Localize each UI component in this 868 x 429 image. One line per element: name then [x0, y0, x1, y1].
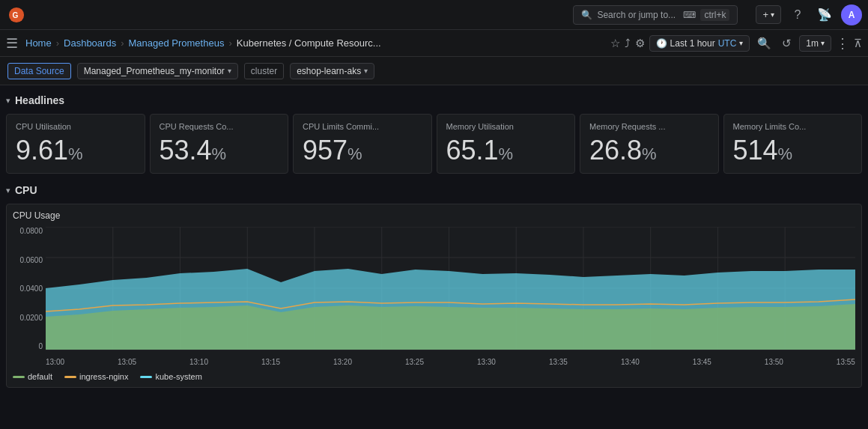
settings-icon[interactable]: ⚙: [635, 37, 645, 50]
metric-title-0: CPU Utilisation: [16, 122, 136, 131]
zoom-out-icon[interactable]: 🔍: [754, 37, 774, 50]
y-axis-label-2: 0.0400: [19, 285, 43, 293]
legend-item-kube-system: kube-system: [140, 372, 201, 381]
search-placeholder: Search or jump to...: [597, 10, 676, 20]
cluster-select[interactable]: eshop-learn-aks ▾: [290, 63, 374, 79]
chart-area: [46, 227, 855, 350]
main-content: ▾ Headlines CPU Utilisation 9.61% CPU Re…: [0, 85, 868, 394]
breadcrumb-sep-3: ›: [228, 37, 231, 49]
legend-label-1: ingress-nginx: [79, 372, 128, 381]
x-axis-label-5: 13:25: [405, 358, 424, 366]
clock-icon: 🕐: [656, 38, 667, 49]
y-axis-label-3: 0.0200: [19, 314, 43, 322]
legend-label-0: default: [28, 372, 52, 381]
metric-value-1: 53.4%: [160, 137, 279, 164]
metric-card-0: CPU Utilisation 9.61%: [6, 114, 145, 174]
y-axis-label-4: 0: [38, 342, 43, 350]
cpu-chart-panel: CPU Usage 0.08000.06000.04000.02000: [6, 204, 862, 388]
shortcut-badge: ctrl+k: [700, 9, 729, 21]
metric-title-3: Memory Utilisation: [446, 122, 566, 131]
x-axis-label-9: 13:45: [693, 358, 711, 366]
breadcrumb: Home › Dashboards › Managed Prometheus ›…: [25, 37, 381, 49]
datasource-label: Data Source: [7, 63, 71, 79]
metric-card-5: Memory Limits Co... 514%: [723, 114, 863, 174]
legend-color-0: [13, 376, 25, 378]
metric-title-2: CPU Limits Commi...: [303, 122, 422, 131]
cpu-section-title: CPU: [15, 184, 37, 196]
notifications-icon[interactable]: 📡: [814, 4, 835, 25]
x-axis-label-10: 13:50: [765, 358, 783, 366]
hamburger-menu[interactable]: ☰: [6, 35, 18, 52]
metric-title-5: Memory Limits Co...: [733, 122, 853, 131]
filter-bar: Data Source Managed_Prometheus_my-monito…: [0, 57, 868, 85]
y-axis: 0.08000.06000.04000.02000: [13, 227, 46, 350]
nav-right-actions: ☆ ⤴ ⚙ 🕐 Last 1 hour UTC ▾ 🔍 ↺ 1m ▾ ⋮ ⊼: [610, 35, 862, 52]
metric-title-1: CPU Requests Co...: [160, 122, 279, 131]
chevron-down-icon: ▾: [771, 10, 774, 19]
breadcrumb-dashboards[interactable]: Dashboards: [64, 37, 116, 49]
chart-legend: default ingress-nginx kube-system: [13, 372, 855, 381]
headlines-section-header[interactable]: ▾ Headlines: [6, 91, 862, 109]
add-new-button[interactable]: + ▾: [756, 5, 781, 24]
zoom-refresh-icon[interactable]: ↺: [779, 37, 795, 50]
svg-text:G: G: [13, 10, 19, 19]
cluster-label: cluster: [244, 63, 284, 79]
x-axis-label-6: 13:30: [477, 358, 496, 366]
metric-value-3: 65.1%: [446, 137, 566, 164]
chevron-down-icon-time: ▾: [739, 39, 743, 47]
share-icon[interactable]: ⤴: [625, 37, 631, 49]
breadcrumb-current: Kubernetes / Compute Resourc...: [237, 37, 381, 49]
chevron-down-icon-ds: ▾: [228, 67, 231, 75]
cpu-toggle-icon: ▾: [6, 186, 10, 195]
chart-container: 0.08000.06000.04000.02000: [13, 227, 855, 369]
grafana-logo[interactable]: G: [6, 4, 27, 25]
x-axis-label-2: 13:10: [189, 358, 208, 366]
metric-value-0: 9.61%: [16, 137, 136, 164]
chevron-down-icon-cluster: ▾: [364, 67, 368, 75]
metric-value-4: 26.8%: [589, 137, 709, 164]
breadcrumb-home[interactable]: Home: [25, 37, 52, 49]
metric-card-2: CPU Limits Commi... 957%: [293, 114, 432, 174]
x-axis-label-1: 13:05: [118, 358, 136, 366]
legend-item-default: default: [13, 372, 52, 381]
datasource-select[interactable]: Managed_Prometheus_my-monitor ▾: [77, 63, 238, 79]
more-options-icon[interactable]: ⋮: [836, 35, 849, 52]
search-bar[interactable]: 🔍 Search or jump to... ⌨ ctrl+k: [573, 5, 738, 25]
collapse-icon[interactable]: ⊼: [854, 37, 862, 50]
x-axis-label-7: 13:35: [549, 358, 568, 366]
chart-svg: [46, 227, 855, 350]
y-axis-label-1: 0.0600: [19, 256, 43, 264]
legend-label-2: kube-system: [155, 372, 201, 381]
legend-item-ingress-nginx: ingress-nginx: [64, 372, 128, 381]
help-icon[interactable]: ?: [787, 4, 808, 25]
avatar[interactable]: A: [841, 4, 862, 25]
headlines-title: Headlines: [15, 94, 64, 106]
nav-bar: ☰ Home › Dashboards › Managed Prometheus…: [0, 30, 868, 57]
breadcrumb-sep-1: ›: [56, 37, 59, 49]
metric-value-2: 957%: [303, 137, 422, 164]
keyboard-icon: ⌨: [683, 10, 696, 20]
svg-marker-19: [46, 304, 855, 350]
x-axis-label-0: 13:00: [46, 358, 64, 366]
search-icon: 🔍: [581, 10, 592, 20]
bookmark-icon[interactable]: ☆: [610, 37, 620, 50]
metric-title-4: Memory Requests ...: [589, 122, 709, 131]
x-axis-label-3: 13:15: [261, 358, 280, 366]
metric-card-1: CPU Requests Co... 53.4%: [150, 114, 289, 174]
legend-color-2: [140, 376, 152, 378]
breadcrumb-managed-prometheus[interactable]: Managed Prometheus: [128, 37, 224, 49]
utc-label: UTC: [718, 38, 737, 49]
metric-card-3: Memory Utilisation 65.1%: [437, 114, 576, 174]
x-axis: 13:0013:0513:1013:1513:2013:2513:3013:35…: [46, 354, 855, 369]
chevron-down-icon-refresh: ▾: [821, 39, 825, 47]
cpu-section-header[interactable]: ▾ CPU: [6, 181, 862, 199]
refresh-interval-button[interactable]: 1m ▾: [799, 35, 831, 52]
breadcrumb-sep-2: ›: [121, 37, 124, 49]
metrics-grid: CPU Utilisation 9.61% CPU Requests Co...…: [6, 114, 862, 174]
top-bar: G 🔍 Search or jump to... ⌨ ctrl+k + ▾ ? …: [0, 0, 868, 30]
x-axis-label-8: 13:40: [621, 358, 640, 366]
toggle-icon: ▾: [6, 96, 10, 106]
x-axis-label-4: 13:20: [333, 358, 352, 366]
legend-color-1: [64, 376, 76, 378]
time-range-picker[interactable]: 🕐 Last 1 hour UTC ▾: [649, 35, 750, 52]
